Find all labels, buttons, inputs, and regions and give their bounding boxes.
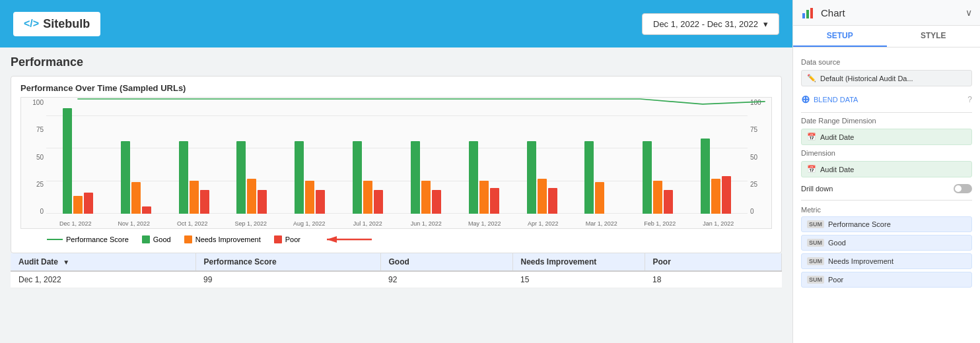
y-right-label-100: 100 xyxy=(750,99,761,106)
bar-groups xyxy=(46,98,748,214)
help-icon: ? xyxy=(967,95,972,104)
col-header-needs-improvement[interactable]: Needs Improvement xyxy=(512,253,645,271)
y-label-0: 0 xyxy=(40,208,44,215)
tab-setup[interactable]: SETUP xyxy=(793,26,887,47)
bar-orange xyxy=(73,196,83,214)
bar-group xyxy=(527,141,557,214)
metric-badge-good: SUM xyxy=(807,239,824,247)
metric-row-perf-score[interactable]: SUM Performance Score xyxy=(801,216,972,232)
drill-down-toggle[interactable] xyxy=(954,184,972,193)
bar-green xyxy=(353,141,362,214)
dimension-pill[interactable]: 📅 Audit Date xyxy=(801,161,972,177)
cell-date: Dec 1, 2022 xyxy=(11,271,195,288)
y-label-100: 100 xyxy=(32,99,44,106)
legend-performance-score: Performance Score xyxy=(47,235,129,243)
plus-icon: ⊕ xyxy=(801,93,810,106)
legend-needs-improvement-label: Needs Improvement xyxy=(195,235,261,243)
svg-rect-3 xyxy=(806,10,809,18)
arrow-indicator xyxy=(320,233,373,246)
bar-red xyxy=(374,190,383,214)
metric-row-needs-improvement[interactable]: SUM Needs Improvement xyxy=(801,253,972,269)
tab-style[interactable]: STYLE xyxy=(887,26,981,47)
bar-red xyxy=(316,190,325,214)
x-label: Sep 1, 2022 xyxy=(222,220,281,227)
logo[interactable]: </> Sitebulb xyxy=(13,12,100,36)
panel-tabs: SETUP STYLE xyxy=(793,26,980,47)
x-label: Nov 1, 2022 xyxy=(105,220,164,227)
bar-orange xyxy=(247,179,256,214)
bar-orange xyxy=(190,181,199,214)
y-right-label-0: 0 xyxy=(750,208,754,215)
bar-red xyxy=(722,176,731,214)
bar-green xyxy=(63,108,72,214)
bar-green xyxy=(469,141,478,214)
table-header-row: Audit Date ▼ Performance Score Good Need… xyxy=(11,253,782,271)
metric-badge-perf: SUM xyxy=(807,220,824,228)
col-header-poor[interactable]: Poor xyxy=(645,253,782,271)
col-header-good[interactable]: Good xyxy=(380,253,512,271)
col-needs-improvement-label: Needs Improvement xyxy=(521,257,597,266)
sort-icon: ▼ xyxy=(63,259,69,266)
bar-green xyxy=(411,141,420,214)
bar-orange xyxy=(711,179,720,214)
y-axis-left: 100 75 50 25 0 xyxy=(21,98,46,215)
bar-orange xyxy=(131,182,141,214)
x-label: Mar 1, 2022 xyxy=(573,220,631,227)
bar-group xyxy=(295,141,325,214)
date-range-text: Dec 1, 2022 - Dec 31, 2022 xyxy=(653,19,758,29)
legend-needs-improvement: Needs Improvement xyxy=(184,235,261,243)
col-header-audit-date[interactable]: Audit Date ▼ xyxy=(11,253,195,271)
bars-row xyxy=(643,141,673,214)
bar-orange xyxy=(595,182,604,214)
metric-label-good: Good xyxy=(828,239,846,247)
legend-poor: Poor xyxy=(274,235,300,243)
bar-group xyxy=(701,139,731,214)
bars-row xyxy=(179,141,209,214)
header: </> Sitebulb Dec 1, 2022 - Dec 31, 2022 … xyxy=(0,0,792,47)
bar-green xyxy=(236,141,246,214)
bars-row xyxy=(353,141,383,214)
blend-data-button[interactable]: ⊕ BLEND DATA ? xyxy=(801,90,972,108)
bar-green xyxy=(295,141,304,214)
metric-label-perf: Performance Score xyxy=(828,220,891,228)
x-label: Apr 1, 2022 xyxy=(514,220,573,227)
y-label-50: 50 xyxy=(36,154,44,161)
bar-green xyxy=(701,139,710,214)
bar-green xyxy=(121,141,130,214)
bar-red xyxy=(490,188,499,214)
legend: Performance Score Good Needs Improvement… xyxy=(20,233,772,246)
legend-perf-label: Performance Score xyxy=(66,235,129,243)
panel-title: Chart xyxy=(821,7,845,18)
bar-green xyxy=(527,141,536,214)
bars-row xyxy=(295,141,325,214)
date-range-dimension-pill[interactable]: 📅 Audit Date xyxy=(801,129,972,145)
bars-row xyxy=(411,141,441,214)
bar-group xyxy=(411,141,441,214)
x-label: Jan 1, 2022 xyxy=(689,220,748,227)
data-source-label: Data source xyxy=(801,58,972,66)
x-label: Dec 1, 2022 xyxy=(46,220,105,227)
drill-down-row: Drill down xyxy=(801,181,972,196)
bar-group xyxy=(353,141,383,214)
bar-group xyxy=(236,141,267,214)
metric-badge-poor: SUM xyxy=(807,276,824,284)
logo-icon: </> xyxy=(24,18,39,30)
page-title: Performance xyxy=(11,55,782,69)
metric-row-good[interactable]: SUM Good xyxy=(801,235,972,251)
bar-group xyxy=(643,141,673,214)
metric-row-poor[interactable]: SUM Poor xyxy=(801,272,972,288)
date-range-button[interactable]: Dec 1, 2022 - Dec 31, 2022 ▾ xyxy=(642,13,779,35)
bar-group xyxy=(63,108,93,214)
data-source-row[interactable]: ✏️ Default (Historical Audit Da... xyxy=(801,70,972,86)
metric-badge-needs: SUM xyxy=(807,257,824,265)
bar-red xyxy=(142,206,151,214)
col-header-perf-score[interactable]: Performance Score xyxy=(195,253,380,271)
chevron-down-icon[interactable]: ∨ xyxy=(965,7,972,18)
cell-needs-improvement: 15 xyxy=(512,271,645,288)
chart-title: Performance Over Time (Sampled URLs) xyxy=(20,83,772,93)
cell-poor: 18 xyxy=(645,271,782,288)
x-label: Oct 1, 2022 xyxy=(163,220,222,227)
bars-row xyxy=(527,141,557,214)
bar-orange xyxy=(538,179,547,214)
bar-group xyxy=(121,141,151,214)
